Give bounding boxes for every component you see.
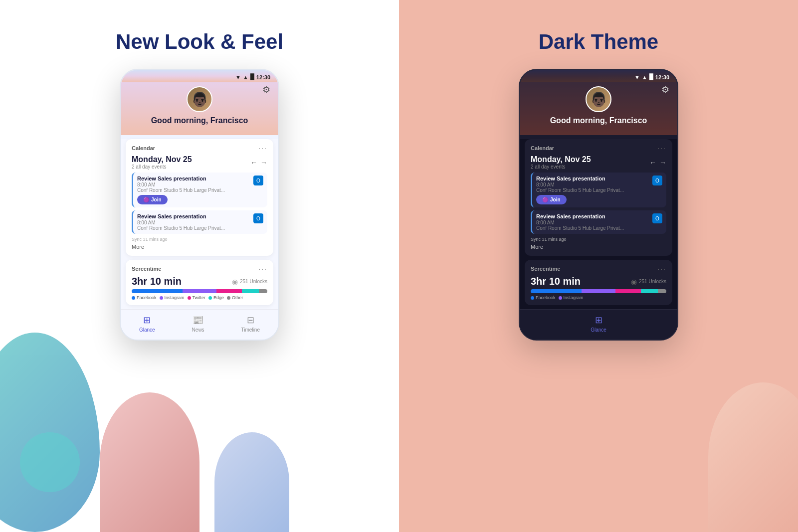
calendar-next-btn[interactable]: → <box>260 159 267 167</box>
pb-instagram <box>183 289 216 293</box>
calendar-menu[interactable]: ··· <box>258 144 267 152</box>
nav-news-label: News <box>192 327 204 333</box>
join-button-dark[interactable]: 🟣 Join <box>536 195 567 204</box>
more-text-dark[interactable]: More <box>531 243 666 251</box>
screentime-label: Screentime <box>132 266 161 272</box>
more-text[interactable]: More <box>132 243 267 251</box>
legend-facebook-dark: Facebook <box>531 295 556 300</box>
legend-dot-instagram <box>160 296 163 300</box>
legend-instagram-dark: Instagram <box>559 295 584 300</box>
event-location-2: Conf Room Studio 5 Hub Large Privat... <box>137 225 250 231</box>
event-app-icon-2-dark: O <box>652 213 662 223</box>
legend-dot-other <box>227 296 230 300</box>
legend-label-twitter: Twitter <box>193 295 206 300</box>
settings-icon-light[interactable]: ⚙ <box>262 84 270 95</box>
event-item-1-dark[interactable]: Review Sales presentation 8:00 AM Conf R… <box>531 173 666 207</box>
event-content-1: Review Sales presentation 8:00 AM Conf R… <box>137 176 250 204</box>
screentime-stats-row: 3hr 10 min ◉ 251 Unlocks <box>132 276 267 287</box>
pb-instagram-dark <box>582 289 615 293</box>
calendar-nav: ← → <box>250 159 267 167</box>
time-display: 12:30 <box>256 74 270 80</box>
left-panel: New Look & Feel ▼ ▲ ▉ 12:30 ⚙ 👨🏿 Good mo… <box>0 0 399 532</box>
event-content-2-dark: Review Sales presentation 8:00 AM Conf R… <box>536 213 649 231</box>
pb-edge <box>242 289 259 293</box>
event-content-2: Review Sales presentation 8:00 AM Conf R… <box>137 213 250 231</box>
blob-right-panel <box>708 382 798 532</box>
event-title-2-dark: Review Sales presentation <box>536 213 649 219</box>
screentime-progress-bar <box>132 289 267 293</box>
status-bar-light: ▼ ▲ ▉ 12:30 <box>121 70 278 82</box>
calendar-date-row-dark: Monday, Nov 25 2 all day events ← → <box>531 155 666 170</box>
blob-decoration-2 <box>214 432 289 532</box>
calendar-date: Monday, Nov 25 <box>132 155 192 164</box>
avatar-face-dark: 👨🏿 <box>587 87 610 111</box>
sync-text: Sync 31 mins ago <box>132 237 267 242</box>
event-location-1-dark: Conf Room Studio 5 Hub Large Privat... <box>536 187 649 193</box>
greeting-dark: Good morning, Francisco <box>550 116 647 125</box>
nav-glance-dark[interactable]: ⊞ Glance <box>591 315 606 333</box>
screentime-menu-dark[interactable]: ··· <box>657 265 666 273</box>
legend-label-facebook-dark: Facebook <box>536 295 556 300</box>
calendar-date-row: Monday, Nov 25 2 all day events ← → <box>132 155 267 170</box>
screentime-unlocks-dark: 251 Unlocks <box>639 279 666 284</box>
wifi-icon: ▼ <box>235 74 241 80</box>
event-item-2[interactable]: Review Sales presentation 8:00 AM Conf R… <box>132 210 267 234</box>
legend-label-facebook: Facebook <box>137 295 157 300</box>
news-icon: 📰 <box>193 315 203 326</box>
calendar-date-dark: Monday, Nov 25 <box>531 155 591 164</box>
event-app-icon-1: O <box>253 176 263 185</box>
nav-news[interactable]: 📰 News <box>192 315 204 333</box>
phone-body-light: Calendar ··· Monday, Nov 25 2 all day ev… <box>121 139 278 340</box>
event-item-1[interactable]: Review Sales presentation 8:00 AM Conf R… <box>132 173 267 207</box>
status-bar-dark: ▼ ▲ ▉ 12:30 <box>520 70 677 82</box>
settings-icon-dark[interactable]: ⚙ <box>661 84 669 95</box>
right-panel: Dark Theme ▼ ▲ ▉ 12:30 ⚙ 👨🏿 Good morning… <box>399 0 798 532</box>
legend-other: Other <box>227 295 243 300</box>
screentime-menu[interactable]: ··· <box>258 265 267 273</box>
blob-decoration-1 <box>100 392 200 532</box>
blob-decoration-4 <box>20 432 80 492</box>
legend-instagram: Instagram <box>160 295 185 300</box>
glance-icon: ⊞ <box>143 315 151 326</box>
event-location-1: Conf Room Studio 5 Hub Large Privat... <box>137 187 250 193</box>
status-icons-dark: ▼ ▲ ▉ 12:30 <box>634 74 669 80</box>
pb-twitter-dark <box>615 289 641 293</box>
join-button[interactable]: 🟣 Join <box>137 195 168 204</box>
join-icon: 🟣 <box>143 197 149 202</box>
event-time-2: 8:00 AM <box>137 220 250 225</box>
nav-glance[interactable]: ⊞ Glance <box>139 315 155 333</box>
screentime-stats-row-dark: 3hr 10 min ◉ 251 Unlocks <box>531 276 666 287</box>
glance-icon-dark: ⊞ <box>595 315 602 326</box>
calendar-next-btn-dark[interactable]: → <box>659 159 666 167</box>
left-panel-title: New Look & Feel <box>116 30 283 54</box>
calendar-menu-dark[interactable]: ··· <box>657 144 666 152</box>
screentime-label-dark: Screentime <box>531 266 560 272</box>
calendar-prev-btn[interactable]: ← <box>250 159 257 167</box>
screentime-card-light: Screentime ··· 3hr 10 min ◉ 251 Unlocks <box>126 260 273 305</box>
fingerprint-icon: ◉ <box>232 278 238 286</box>
event-time-1: 8:00 AM <box>137 182 250 187</box>
avatar-light: 👨🏿 <box>187 86 212 112</box>
event-content-1-dark: Review Sales presentation 8:00 AM Conf R… <box>536 176 649 204</box>
phone-header-light: ⚙ 👨🏿 Good morning, Francisco <box>121 82 278 135</box>
event-time-1-dark: 8:00 AM <box>536 182 649 187</box>
legend-dot-instagram-dark <box>559 296 562 300</box>
event-title-1-dark: Review Sales presentation <box>536 176 649 181</box>
event-item-2-dark[interactable]: Review Sales presentation 8:00 AM Conf R… <box>531 210 666 234</box>
calendar-subtitle-dark: 2 all day events <box>531 164 591 170</box>
pb-facebook-dark <box>531 289 582 293</box>
event-app-icon-2: O <box>253 213 263 223</box>
nav-timeline[interactable]: ⊟ Timeline <box>241 315 260 333</box>
legend-edge: Edge <box>208 295 224 300</box>
calendar-card-dark: Calendar ··· Monday, Nov 25 2 all day ev… <box>525 139 672 256</box>
calendar-prev-btn-dark[interactable]: ← <box>649 159 656 167</box>
legend-label-edge: Edge <box>213 295 224 300</box>
dark-phone-container: ▼ ▲ ▉ 12:30 ⚙ 👨🏿 Good morning, Francisco <box>519 69 678 341</box>
calendar-card-light: Calendar ··· Monday, Nov 25 2 all day ev… <box>126 139 273 256</box>
right-panel-title: Dark Theme <box>539 30 658 54</box>
dark-phone: ▼ ▲ ▉ 12:30 ⚙ 👨🏿 Good morning, Francisco <box>519 69 678 341</box>
event-title-2: Review Sales presentation <box>137 213 250 219</box>
calendar-card-header-dark: Calendar ··· <box>531 144 666 152</box>
pb-facebook <box>132 289 183 293</box>
time-display-dark: 12:30 <box>655 74 669 80</box>
